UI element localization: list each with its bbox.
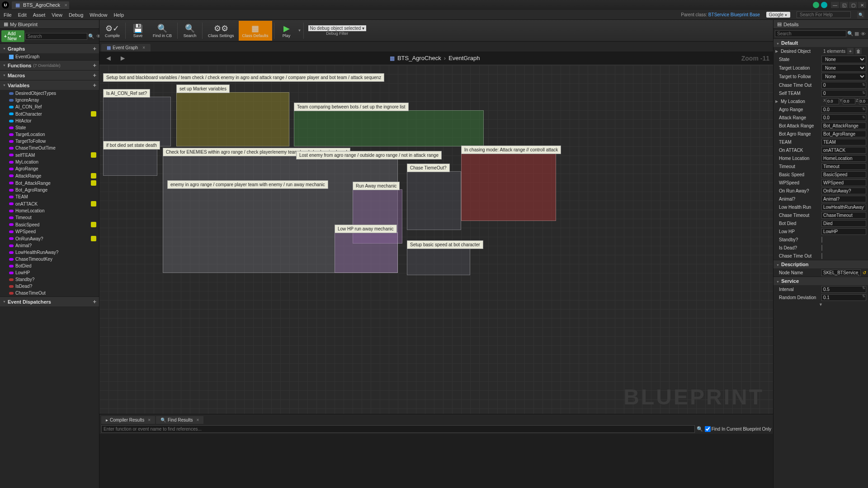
variable-item[interactable]: onATTACK [0, 200, 99, 207]
menu-view[interactable]: View [52, 12, 62, 18]
close-icon[interactable]: × [148, 418, 151, 422]
variable-item[interactable]: ChaseTimeOutTime [0, 145, 99, 151]
visibility-icon[interactable] [91, 236, 96, 241]
variable-item[interactable]: TEAM [0, 193, 99, 200]
search-icon[interactable]: 🔍 [857, 11, 864, 19]
menu-asset[interactable]: Asset [33, 12, 46, 18]
detail-input[interactable] [821, 90, 866, 97]
variable-item[interactable]: LowHealthRunAway? [0, 249, 99, 256]
detail-input[interactable] [821, 220, 866, 227]
category-functions[interactable]: Functions (7 Overridable) + [0, 60, 99, 70]
variable-item[interactable]: DesiredObjectTypes [0, 90, 99, 97]
comment-botdied[interactable]: if bot died set state death [103, 149, 157, 176]
variable-item[interactable]: TargetLocation [0, 131, 99, 138]
visibility-toggle-icon[interactable]: 👁 [860, 31, 867, 37]
category-graphs[interactable]: Graphs+ [0, 43, 99, 53]
menu-window[interactable]: Window [90, 12, 107, 18]
find-in-cb-button[interactable]: 🔍Find in CB [149, 21, 175, 41]
comment-aicon[interactable]: Is AI_CON_Ref set? [103, 97, 171, 146]
variable-item[interactable]: BasicSpeed [0, 221, 99, 228]
detail-input[interactable] [821, 228, 866, 235]
add-icon[interactable]: + [93, 82, 96, 89]
eventgraph-item[interactable]: EventGraph [0, 53, 99, 60]
my-blueprint-tab[interactable]: ▦ My Blueprint [0, 20, 99, 29]
visibility-icon[interactable] [91, 222, 96, 227]
detail-input[interactable] [821, 82, 866, 89]
variable-item[interactable]: MyLocation [0, 159, 99, 165]
variable-item[interactable]: ChaseTimeOut [0, 290, 99, 296]
search-button[interactable]: 🔍Search [179, 21, 200, 41]
variable-item[interactable]: Bot_AttackRange [0, 179, 99, 187]
comment-chasing[interactable]: In chasing mode: Attack range // control… [461, 153, 556, 221]
comment-lost[interactable]: Lost enemy from agro range / outside agr… [296, 151, 442, 160]
detail-checkbox[interactable] [821, 245, 822, 251]
variable-item[interactable]: AgroRange [0, 165, 99, 172]
category-event-dispatchers[interactable]: Event Dispatchers+ [0, 296, 99, 306]
detail-input[interactable] [821, 204, 866, 211]
variable-item[interactable]: selfTEAM [0, 151, 99, 159]
variable-item[interactable]: Standby? [0, 276, 99, 283]
detail-input[interactable] [821, 131, 866, 137]
variable-item[interactable]: HomeLocation [0, 207, 99, 214]
variable-item[interactable]: OnRunAway? [0, 235, 99, 242]
expand-icon[interactable]: ▶ [775, 49, 778, 53]
add-icon[interactable]: + [93, 298, 96, 305]
category-service[interactable]: Service [774, 277, 868, 285]
add-icon[interactable]: + [93, 72, 96, 79]
add-new-button[interactable]: Add New [1, 30, 24, 42]
visibility-icon[interactable] [91, 180, 96, 186]
add-element-icon[interactable]: + [847, 48, 854, 54]
category-default[interactable]: Default [774, 38, 868, 47]
blueprint-search-input[interactable] [25, 33, 87, 40]
clear-array-icon[interactable]: 🗑 [855, 48, 862, 54]
visibility-icon[interactable] [91, 152, 96, 158]
variable-item[interactable]: AI_CON_Ref [0, 103, 99, 110]
close-button[interactable]: ✕ [858, 2, 866, 8]
variable-item[interactable]: ChaseTimeoutKey [0, 256, 99, 263]
breadcrumb-leaf[interactable]: EventGraph [448, 55, 480, 61]
play-dropdown-icon[interactable]: ▼ [298, 28, 302, 33]
search-icon[interactable]: 🔍 [847, 31, 854, 37]
variable-item[interactable]: Timeout [0, 214, 99, 221]
category-macros[interactable]: Macros+ [0, 70, 99, 80]
menu-edit[interactable]: Edit [18, 12, 27, 18]
play-button[interactable]: ▶Play [276, 21, 297, 41]
breadcrumb-root[interactable]: BTS_AgroCheck [397, 55, 441, 61]
menu-debug[interactable]: Debug [69, 12, 83, 18]
variable-item[interactable]: Animal? [0, 242, 99, 249]
detail-input[interactable] [821, 106, 866, 113]
graph-canvas[interactable]: Setup bot and blackboard variables / tea… [99, 65, 773, 414]
detail-input[interactable] [821, 155, 866, 162]
random-deviation-input[interactable] [821, 294, 866, 301]
comment-basicspeed[interactable]: Setup basic speed at bot character [407, 248, 470, 275]
parent-class-link[interactable]: BTService Blueprint Base [708, 12, 760, 17]
expand-icon[interactable]: ▶ [775, 99, 778, 103]
add-icon[interactable]: + [93, 45, 96, 52]
detail-input[interactable] [821, 179, 866, 186]
close-icon[interactable]: × [197, 418, 199, 422]
visibility-icon[interactable] [91, 111, 96, 117]
compiler-results-tab[interactable]: ▸ Compiler Results × [101, 416, 155, 424]
close-icon[interactable]: × [65, 2, 67, 8]
detail-checkbox[interactable] [821, 237, 822, 243]
interval-input[interactable] [821, 286, 866, 293]
comment-agro[interactable]: enemy in agro range / compare player tea… [167, 180, 328, 189]
category-variables[interactable]: Variables+ [0, 80, 99, 90]
source-control-icons[interactable] [813, 2, 827, 8]
comment-main[interactable]: Setup bot and blackboard variables / tea… [103, 73, 384, 82]
detail-select[interactable]: None [821, 56, 866, 63]
save-button[interactable]: 💾Save [127, 21, 148, 41]
visibility-icon[interactable] [91, 173, 96, 178]
find-input[interactable] [101, 425, 695, 433]
window-tab[interactable]: ▦ BTS_AgroCheck × [12, 1, 69, 9]
comment-marker[interactable]: set up Marker variables [176, 92, 289, 146]
detail-checkbox[interactable] [821, 253, 822, 259]
detail-input[interactable] [821, 163, 866, 170]
comment-team[interactable]: Team comparing between bots / set up the… [294, 110, 484, 146]
reset-icon[interactable]: ↺ [863, 270, 866, 275]
detail-input[interactable] [821, 188, 866, 194]
event-graph-tab[interactable]: ▦ Event Graph × [101, 44, 151, 52]
help-search-input[interactable] [797, 11, 851, 18]
class-settings-button[interactable]: ⚙⚙Class Settings [204, 21, 238, 41]
detail-input[interactable] [821, 196, 866, 202]
